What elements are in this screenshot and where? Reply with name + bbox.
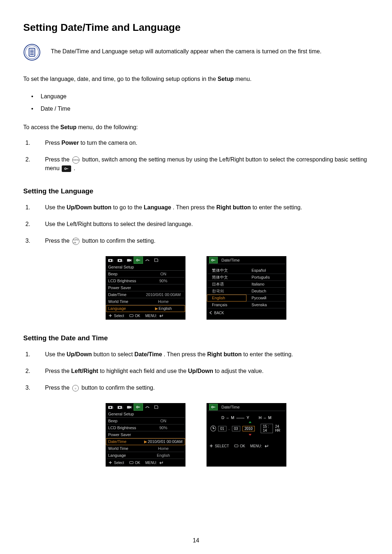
svg-rect-30	[130, 461, 133, 464]
svg-point-22	[110, 407, 111, 408]
osd-title: General Setup	[106, 411, 185, 418]
step-text: Press the funcok button to confirm the s…	[45, 237, 369, 245]
page-number: 14	[0, 537, 392, 544]
svg-rect-8	[66, 168, 68, 169]
connection-tab-icon	[143, 403, 152, 411]
svg-point-16	[136, 259, 138, 261]
wrench-icon	[209, 257, 218, 263]
svg-rect-32	[213, 407, 215, 407]
section-heading: Setting the Date and Time	[23, 334, 369, 342]
year-field: 2010	[242, 426, 255, 431]
func-ok-button-icon: funcok	[72, 238, 79, 245]
svg-point-7	[65, 168, 66, 170]
access-steps: 1. Press Power to turn the camera on. 2.…	[23, 139, 369, 173]
setup-tab-icon	[134, 403, 143, 411]
page-title: Setting Date/Time and Language	[23, 22, 369, 33]
return-icon	[158, 314, 163, 317]
arrow-down-icon	[249, 434, 252, 436]
svg-point-13	[119, 260, 121, 261]
step-text: Use the Left/Right buttons to select the…	[45, 220, 369, 229]
svg-point-28	[136, 406, 138, 408]
language-steps: 1. Use the Up/Down button to go to the L…	[23, 203, 369, 245]
svg-text:1: 1	[113, 406, 114, 409]
datetime-steps: 1. Use the Up/Down button to select Date…	[23, 350, 369, 392]
step-text: Use the Up/Down button to select Date/Ti…	[45, 350, 369, 359]
step-text: Use the Up/Down button to go to the Lang…	[45, 203, 369, 212]
camera2-tab-icon: 2	[115, 257, 125, 264]
svg-rect-2	[29, 48, 35, 56]
osd-subtitle: Date/Time	[221, 258, 240, 262]
osd-datetime-editor: Date/Time D–M ——Y H–M 01 . 0	[207, 403, 286, 467]
osd-row-datetime: Date/Time▶2010/0/01 00:00AM	[106, 438, 185, 445]
setup-options-list: Language Date / Time	[23, 90, 369, 115]
arrow-up-icon	[249, 421, 252, 423]
svg-point-0	[24, 44, 40, 60]
camera2-tab-icon: 2	[115, 403, 125, 411]
svg-rect-15	[127, 259, 130, 262]
list-item: Date / Time	[23, 103, 369, 115]
svg-text:2: 2	[122, 406, 123, 409]
month-field: 03	[232, 426, 240, 431]
lead-paragraph: To set the language, date, and time, go …	[23, 75, 369, 83]
svg-point-1	[25, 46, 38, 59]
hour-mode: 24 HR	[275, 424, 282, 432]
setup-tab-icon	[134, 257, 143, 264]
connection-tab-icon	[143, 257, 152, 264]
access-paragraph: To access the Setup menu, do the followi…	[23, 123, 369, 131]
wrench-icon	[62, 165, 71, 172]
list-item: Language	[23, 90, 369, 103]
camera1-tab-icon: 1	[106, 403, 115, 411]
svg-point-19	[212, 259, 213, 261]
clock-icon	[211, 426, 216, 431]
step-text: Press the Left/Right to highlight each f…	[45, 367, 369, 376]
step-text: Press Power to turn the camera on.	[45, 139, 369, 147]
section-heading: Setting the Language	[23, 187, 369, 195]
wrench-icon	[209, 404, 218, 410]
svg-text:2: 2	[122, 259, 123, 262]
sd-tab-icon	[152, 403, 160, 411]
svg-rect-27	[127, 406, 130, 409]
dpad-icon	[108, 314, 113, 317]
sd-tab-icon	[152, 257, 160, 264]
video-tab-icon	[125, 403, 134, 411]
osd-row-language: Language▶English	[106, 305, 185, 312]
ok-button-icon: ☺	[72, 385, 79, 391]
svg-rect-18	[130, 315, 133, 317]
camera1-tab-icon: 1	[106, 257, 115, 264]
svg-rect-17	[138, 260, 140, 260]
svg-point-31	[212, 406, 213, 408]
osd-subtitle: Date/Time	[221, 405, 240, 409]
menu-button-icon: menu	[72, 156, 79, 164]
day-field: 01	[218, 426, 226, 431]
osd-title: General Setup	[106, 264, 185, 271]
svg-rect-29	[138, 407, 140, 407]
intro-text: The Date/Time and Language setup will au…	[51, 44, 322, 56]
step-text: Press the menu button, switch among the …	[45, 155, 369, 173]
svg-text:1: 1	[113, 259, 114, 262]
osd-selected-language: English	[207, 295, 246, 301]
svg-point-25	[119, 407, 121, 408]
osd-language-list: Date/Time 繁体中文 简体中文 日本语 한국의 English Fran…	[207, 256, 286, 320]
svg-point-10	[110, 260, 111, 261]
svg-rect-33	[234, 445, 238, 447]
video-tab-icon	[125, 257, 134, 264]
svg-rect-20	[213, 260, 215, 260]
osd-general-language: 1 2 General Setup BeepON LCD Brightness9…	[106, 256, 185, 320]
note-icon	[23, 44, 41, 62]
step-text: Press the ☺ button to confirm the settin…	[45, 383, 369, 392]
time-field: 15 : 14	[261, 424, 273, 433]
osd-general-datetime: 1 2 General Setup BeepON LCD Brightness9…	[106, 403, 185, 467]
back-icon	[209, 311, 213, 315]
